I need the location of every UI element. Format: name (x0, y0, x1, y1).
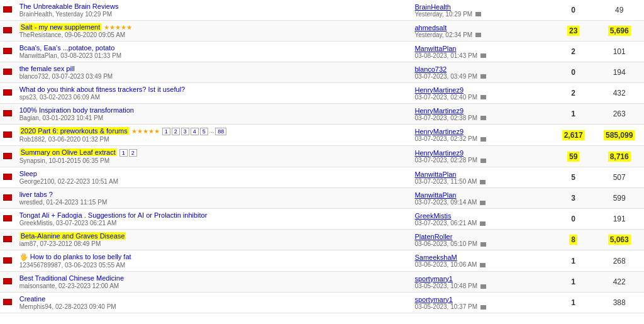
last-post-date: 03-07-2023, 02:38 PM (414, 115, 548, 121)
page-number[interactable]: 4 (191, 128, 199, 135)
topic-title-link[interactable]: The Unbreakable Brain Reviews (19, 3, 119, 10)
page-number[interactable]: 2 (172, 128, 180, 135)
last-post-user[interactable]: ahmedsalt (414, 24, 548, 31)
flag-icon (3, 110, 12, 116)
topic-author: Rob1882, 03-06-2020 01:32 PM (19, 136, 408, 143)
views-cell: 599 (594, 188, 644, 209)
topic-author: blanco732, 03-07-2023 03:49 PM (19, 73, 408, 80)
last-post-user[interactable]: ManwittaPlan (414, 45, 548, 52)
page-number[interactable]: 1 (162, 128, 170, 135)
views-count: 507 (613, 173, 626, 182)
replies-count: 1 (571, 257, 575, 265)
table-row: The Unbreakable Brain ReviewsBrainHealth… (0, 0, 644, 21)
topic-title-link[interactable]: Best Traditional Chinese Medicine (19, 274, 124, 282)
table-row: the female sex pillblanco732, 03-07-2023… (0, 62, 644, 83)
views-cell: 49 (594, 0, 644, 21)
last-post-cell: GreekMistis03-07-2023, 06:21 AM (411, 209, 552, 230)
topic-cell: 🖐 How to do planks to lose belly fat1234… (16, 250, 411, 272)
replies-count: 0 (571, 68, 575, 77)
topic-title-link[interactable]: 🖐 How to do planks to lose belly fat (19, 253, 131, 260)
views-cell: 5,696 (594, 21, 644, 42)
topic-cell: What do you think about fitness trackers… (16, 83, 411, 104)
topic-title-link[interactable]: Creatine (19, 295, 46, 303)
last-post-user[interactable]: HenryMartinez9 (414, 107, 548, 115)
replies-count: 59 (567, 152, 579, 162)
topic-title-link[interactable]: Bcaa's, Eaa's ...potatoe, potato (19, 44, 115, 52)
table-row: 2020 Part 6: preworkouts & forums★★★★★12… (0, 125, 644, 146)
flag-icon (3, 131, 12, 138)
last-post-user[interactable]: ManwittaPlan (414, 170, 548, 178)
last-post-user[interactable]: sportymary1 (414, 296, 548, 303)
last-post-user[interactable]: sportymary1 (414, 275, 548, 282)
page-number[interactable]: 2 (129, 149, 137, 157)
topic-title-link[interactable]: 2020 Part 6: preworkouts & forums (19, 127, 129, 135)
replies-cell: 5 (552, 167, 594, 188)
last-post-cell: sportymary103-05-2023, 10:37 PM (411, 293, 552, 313)
topic-author: BrainHealth, Yesterday 10:29 PM (19, 11, 408, 18)
replies-cell: 23 (552, 21, 594, 42)
last-post-date: 03-05-2023, 10:37 PM (414, 303, 548, 310)
topic-title-link[interactable]: What do you think about fitness trackers… (19, 86, 186, 93)
flag-icon (3, 89, 12, 96)
topic-title-link[interactable]: Salt - my new supplement (19, 23, 102, 31)
page-number[interactable]: 88 (215, 128, 226, 135)
flag-icon (3, 278, 12, 284)
views-count: 101 (613, 47, 626, 56)
replies-count: 2 (571, 89, 575, 98)
page-number[interactable]: 3 (181, 128, 189, 135)
star-rating: ★★★★★ (131, 128, 160, 135)
replies-cell: 8 (552, 230, 594, 250)
last-post-date: Yesterday, 10:29 PM (414, 11, 548, 18)
last-post-user[interactable]: PlatenRoller (414, 233, 548, 240)
last-post-user[interactable]: BrainHealth (414, 3, 548, 11)
flag-icon (3, 153, 12, 159)
last-post-date: 03-08-2023, 01:43 PM (414, 52, 548, 59)
table-row: Summary on Olive Leaf extract12Synapsin,… (0, 146, 644, 167)
flag-cell (0, 293, 16, 313)
topic-title-link[interactable]: Sleep (19, 170, 37, 177)
flag-icon (3, 215, 12, 221)
replies-cell: 3 (552, 188, 594, 209)
page-ellipsis: ... (209, 128, 214, 135)
last-post-user[interactable]: SameekshaM (414, 254, 548, 261)
page-number[interactable]: 1 (119, 149, 128, 157)
topic-title-link[interactable]: Tongat Ali + Fadogia . Suggestions for A… (19, 211, 208, 219)
last-post-user[interactable]: blanco732 (414, 65, 548, 73)
page-number[interactable]: 5 (200, 128, 208, 135)
flag-cell (0, 188, 16, 209)
last-post-user[interactable]: HenryMartinez9 (414, 149, 548, 157)
topic-cell: Bcaa's, Eaa's ...potatoe, potatoManwitta… (16, 42, 411, 62)
topic-title-link[interactable]: liver tabs ? (19, 191, 53, 198)
replies-count: 1 (571, 109, 575, 118)
replies-cell: 2 (552, 83, 594, 104)
topic-title-link[interactable]: the female sex pill (19, 65, 75, 72)
views-cell: 8,716 (594, 146, 644, 167)
last-post-user[interactable]: HenryMartinez9 (414, 128, 548, 135)
forum-table: The Unbreakable Brain ReviewsBrainHealth… (0, 0, 644, 313)
replies-count: 1 (571, 277, 575, 286)
views-count: 5,063 (608, 235, 631, 245)
last-post-date: 03-07-2023, 11:50 AM (414, 178, 548, 185)
replies-count: 0 (571, 215, 575, 223)
table-row: Tongat Ali + Fadogia . Suggestions for A… (0, 209, 644, 230)
views-count: 422 (613, 277, 626, 286)
last-post-user[interactable]: HenryMartinez9 (414, 86, 548, 94)
topic-cell: 2020 Part 6: preworkouts & forums★★★★★12… (16, 125, 411, 146)
views-cell: 191 (594, 209, 644, 230)
last-post-cell: ManwittaPlan03-08-2023, 01:43 PM (411, 42, 552, 62)
topic-title-link[interactable]: Beta-Alanine and Graves Disease (19, 232, 126, 240)
views-count: 49 (615, 6, 623, 14)
flag-icon (3, 299, 12, 305)
replies-count: 1 (571, 298, 575, 307)
last-post-cell: sportymary103-05-2023, 10:48 PM (411, 272, 552, 293)
replies-cell: 0 (552, 0, 594, 21)
last-post-user[interactable]: ManwittaPlan (414, 191, 548, 199)
topic-title-link[interactable]: Summary on Olive Leaf extract (19, 148, 117, 156)
last-post-user[interactable]: GreekMistis (414, 212, 548, 220)
replies-cell: 2,617 (552, 125, 594, 146)
last-post-date: 03-06-2023, 10:06 AM (414, 261, 548, 268)
flag-cell (0, 83, 16, 104)
views-count: 263 (613, 109, 626, 118)
topic-title-link[interactable]: 100% Inspiration body transformation (19, 106, 134, 114)
flag-cell (0, 42, 16, 62)
